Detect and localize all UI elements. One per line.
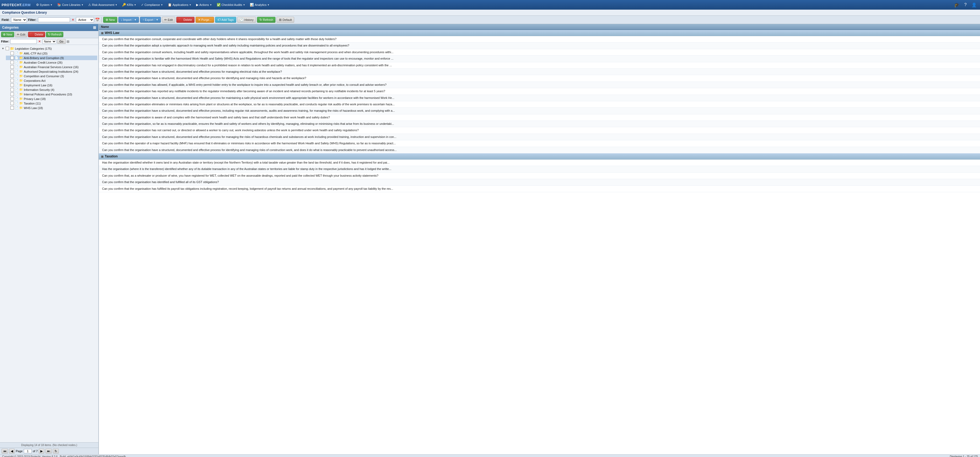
calendar-icon[interactable]: 📅 xyxy=(95,18,100,22)
tree-item[interactable]: ▶ 📄 📁 Australian Financial Services Lice… xyxy=(6,65,97,69)
tree-checkbox[interactable] xyxy=(10,70,14,73)
question-row[interactable]: Can you confirm that the organisation ha… xyxy=(99,179,980,185)
question-row[interactable]: Can you confirm that the organisation ha… xyxy=(99,95,980,101)
tree-checkbox[interactable] xyxy=(10,52,14,55)
question-row[interactable]: Can you confirm that the operator of a m… xyxy=(99,140,980,147)
question-row[interactable]: Can you confirm that the organisation ha… xyxy=(99,69,980,75)
tree-checkbox[interactable] xyxy=(10,74,14,78)
default-button[interactable]: ⊞ Default xyxy=(277,17,294,23)
tree-checkbox-root[interactable] xyxy=(6,47,9,50)
question-row[interactable]: Can you confirm that the organisation is… xyxy=(99,115,980,121)
nav-compliance[interactable]: ✓ Compliance ▼ xyxy=(139,2,165,8)
question-row[interactable]: Has the organisation identified whether … xyxy=(99,159,980,166)
question-row[interactable]: Can you confirm that the organisation ad… xyxy=(99,43,980,49)
question-row[interactable]: Can you confirm that, as a wholesaler or… xyxy=(99,173,980,179)
tree-item[interactable]: ▶ 📄 📁 Privacy Law (18) xyxy=(6,97,97,101)
tree-checkbox[interactable] xyxy=(10,106,14,110)
nav-system[interactable]: ⚙ System ▼ xyxy=(34,2,55,8)
tree-checkbox[interactable] xyxy=(10,79,14,82)
question-row[interactable]: Can you confirm that the organisation el… xyxy=(99,101,980,108)
nav-actions[interactable]: ▶ Actions ▼ xyxy=(194,2,214,8)
tree-item[interactable]: ▶ 📄 📁 Corporations Act xyxy=(6,78,97,83)
page-next-button[interactable]: ▶ xyxy=(39,449,45,454)
left-filter-type-select[interactable]: Name xyxy=(42,39,56,44)
tree-item[interactable]: ▶ 📄 📁 AML-CTF Act (20) xyxy=(6,51,97,56)
tree-item[interactable]: ▶ 📄 📁 Employment Law (16) xyxy=(6,83,97,88)
tree-toggle-root[interactable]: ▼ xyxy=(2,47,5,50)
tree-item[interactable]: ▶ 📄 📁 Internal Policies and Procedures (… xyxy=(6,92,97,97)
question-row[interactable]: Can you confirm that the organisation ha… xyxy=(99,62,980,69)
export-dropdown-arrow[interactable]: ▼ xyxy=(155,18,158,21)
nav-analytics[interactable]: 📊 Analytics ▼ xyxy=(248,2,272,8)
filter-input[interactable] xyxy=(38,18,70,22)
tree-item[interactable]: ▶ 📄 📁 WHS Law (18) xyxy=(6,105,97,110)
tree-item[interactable]: ▶ 📄 📁 Australian Credit Licence (26) xyxy=(6,60,97,65)
go-button[interactable]: Go xyxy=(57,39,66,44)
section-collapse-icon[interactable]: ▣ xyxy=(101,155,103,158)
left-new-button[interactable]: ⊕ New xyxy=(1,32,14,37)
question-row[interactable]: Can you confirm that the organisation ha… xyxy=(99,75,980,81)
tree-checkbox[interactable] xyxy=(10,61,14,64)
new-button[interactable]: ⊕ New xyxy=(103,17,117,23)
section-header[interactable]: ▣ WHS Law xyxy=(99,30,980,36)
left-filter-clear[interactable]: ✕ xyxy=(38,40,41,43)
tree-item[interactable]: ▶ 📄 📁 Competition and Consumer (3) xyxy=(6,74,97,78)
section-collapse-icon[interactable]: ▣ xyxy=(101,32,103,35)
export-button[interactable]: ↑ Export ▼ xyxy=(140,17,161,23)
question-row[interactable]: Can you confirm that the organisation ha… xyxy=(99,127,980,134)
question-row[interactable]: Can you confirm that the organisation co… xyxy=(99,49,980,56)
purge-button[interactable]: ✕ Purge... xyxy=(196,17,214,23)
tree-checkbox[interactable] xyxy=(10,65,14,69)
import-button[interactable]: ↓ Import ▼ xyxy=(118,17,139,23)
add-tags-button[interactable]: 🏷 Add Tags xyxy=(215,17,236,23)
nav-core-libraries[interactable]: 📚 Core Libraries ▼ xyxy=(55,2,86,8)
question-row[interactable]: Can you confirm that the organisation co… xyxy=(99,36,980,43)
left-edit-button[interactable]: ✏ Edit xyxy=(15,32,27,37)
user-icon[interactable]: 👤 xyxy=(970,2,978,8)
question-row[interactable]: Can you confirm that the organisation ha… xyxy=(99,147,980,153)
left-refresh-button[interactable]: ↻ Refresh xyxy=(46,32,64,37)
page-prev-button[interactable]: ◀ xyxy=(9,449,15,454)
page-last-button[interactable]: ⏭ xyxy=(45,449,52,454)
tree-item[interactable]: ▶ 📄 📁 Authorised Deposit-taking Institut… xyxy=(6,69,97,74)
tree-item-root[interactable]: ▼ 📁 Legislation Categories (175) xyxy=(1,46,97,51)
left-filter-input[interactable] xyxy=(10,39,37,44)
edit-button[interactable]: ✏ Edit xyxy=(162,17,175,23)
history-button[interactable]: 🕐 History xyxy=(237,17,256,23)
nav-kris[interactable]: 🔑 KRIs ▼ xyxy=(120,2,138,8)
delete-button[interactable]: 🚫 Delete xyxy=(177,17,194,23)
nav-applications[interactable]: 📋 Applications ▼ xyxy=(165,2,193,8)
question-row[interactable]: Can you confirm that the organisation is… xyxy=(99,56,980,62)
question-row[interactable]: Can you confirm that the organisation ha… xyxy=(99,134,980,140)
section-header[interactable]: ▣ Taxation xyxy=(99,153,980,159)
page-first-button[interactable]: ⏮ xyxy=(2,449,8,454)
tree-checkbox[interactable] xyxy=(10,102,14,105)
help-icon[interactable]: ? xyxy=(963,2,968,8)
filter-clear-button[interactable]: ✕ xyxy=(71,18,75,22)
question-row[interactable]: Can you confirm that the organisation ha… xyxy=(99,88,980,95)
tree-checkbox[interactable] xyxy=(10,88,14,91)
field-select[interactable]: Name xyxy=(11,17,27,22)
tree-checkbox[interactable] xyxy=(10,92,14,96)
tree-item[interactable]: ▶ 📄 📁 Taxation (11) xyxy=(6,101,97,105)
tree-checkbox[interactable] xyxy=(10,83,14,87)
collapse-button[interactable]: ⊞ xyxy=(93,25,96,30)
page-number-input[interactable] xyxy=(24,449,32,453)
status-select[interactable]: Active Inactive All xyxy=(76,17,94,22)
filter-options-icon[interactable]: ⊞ xyxy=(67,40,70,43)
question-row[interactable]: Can you confirm that the organisation ha… xyxy=(99,82,980,88)
left-delete-button[interactable]: 🚫 Delete xyxy=(28,32,45,37)
import-dropdown-arrow[interactable]: ▼ xyxy=(133,18,137,21)
nav-checklist-audits[interactable]: ✅ Checklist Audits ▼ xyxy=(215,2,247,8)
tree-item[interactable]: ▶ 📄 📁 Anti-Bribery and Corruption (9) xyxy=(6,56,97,60)
tree-item[interactable]: ▶ 📄 📁 Information Security (4) xyxy=(6,88,97,92)
refresh-button[interactable]: ↻ Refresh xyxy=(257,17,276,23)
tree-checkbox[interactable] xyxy=(10,56,14,60)
question-row[interactable]: Can you confirm that the organisation ha… xyxy=(99,108,980,114)
tree-checkbox[interactable] xyxy=(10,97,14,100)
question-row[interactable]: Can you confirm that the organisation, s… xyxy=(99,121,980,127)
page-refresh-button[interactable]: ↻ xyxy=(53,449,59,454)
question-row[interactable]: Has the organisation (where it is the tr… xyxy=(99,166,980,172)
graduation-cap-icon[interactable]: 🎓 xyxy=(953,2,961,8)
question-row[interactable]: Can you confirm that the organisation ha… xyxy=(99,186,980,192)
